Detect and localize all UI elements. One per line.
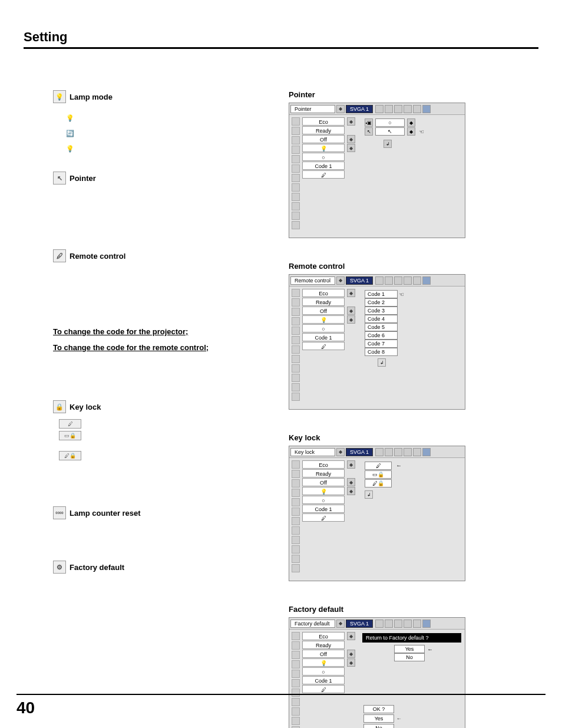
menu-row-code[interactable]: Code 1 bbox=[302, 333, 345, 341]
factory-ok-yes[interactable]: Yes← bbox=[363, 714, 394, 723]
popup-left-icon[interactable]: ↖ bbox=[365, 127, 373, 136]
code-option[interactable]: Code 4 bbox=[365, 315, 398, 323]
menu-row-eco[interactable]: Eco bbox=[302, 289, 345, 297]
menu-row-ready[interactable]: Ready bbox=[302, 126, 345, 134]
menu-row-code[interactable]: Code 1 bbox=[302, 505, 345, 513]
menu-row-eco[interactable]: Eco bbox=[302, 117, 345, 126]
keylock-option-projector[interactable]: ▭🔒 bbox=[365, 470, 392, 479]
menu-row-off[interactable]: Off bbox=[302, 478, 345, 486]
popup-option[interactable]: ↖ bbox=[375, 127, 405, 136]
row-arrow-icon[interactable]: ◆ bbox=[347, 487, 355, 495]
code-option[interactable]: Code 2 bbox=[365, 298, 398, 307]
mode-icon[interactable] bbox=[413, 276, 421, 285]
menu-row-icon[interactable]: 🖊 bbox=[302, 170, 345, 179]
mode-icon[interactable] bbox=[404, 105, 412, 113]
mode-icon[interactable] bbox=[385, 620, 393, 628]
menu-row-code[interactable]: Code 1 bbox=[302, 676, 345, 684]
pointer-menu-panel[interactable]: Pointer ◆ SVGA 1 Eco◆ Ready bbox=[289, 103, 465, 238]
titlebar-nav-icon[interactable]: ◆ bbox=[336, 620, 345, 628]
svga-badge: SVGA 1 bbox=[346, 105, 373, 113]
mode-icon[interactable] bbox=[404, 620, 412, 628]
popup-left-icon[interactable]: •▣ bbox=[365, 118, 373, 127]
popup-arrow-icon[interactable]: ◆ bbox=[407, 118, 415, 127]
link-change-code-projector[interactable]: To change the code for the projector; bbox=[53, 327, 265, 336]
factory-no[interactable]: No bbox=[394, 653, 425, 661]
menu-row-icon[interactable]: 🖊 bbox=[302, 342, 345, 350]
mode-icon[interactable] bbox=[422, 620, 431, 628]
keylock-return-icon[interactable]: ↲ bbox=[365, 490, 373, 499]
menu-row-code[interactable]: Code 1 bbox=[302, 162, 345, 170]
row-arrow-icon[interactable]: ◆ bbox=[347, 460, 355, 469]
menu-row-eco[interactable]: Eco bbox=[302, 632, 345, 640]
menu-row-circle[interactable]: ○ bbox=[302, 667, 345, 676]
mode-icon[interactable] bbox=[385, 105, 393, 113]
row-arrow-icon[interactable]: ◆ bbox=[347, 289, 355, 297]
factory-yes[interactable]: Yes bbox=[394, 645, 425, 653]
mode-icon[interactable] bbox=[404, 276, 412, 285]
keylock-menu-panel[interactable]: Key lock ◆ SVGA 1 Eco◆ Ready bbox=[289, 446, 465, 581]
link-change-code-remote[interactable]: To change the code for the remote contro… bbox=[53, 343, 265, 352]
code-option[interactable]: Code 8 bbox=[365, 348, 398, 356]
code-return-icon[interactable]: ↲ bbox=[378, 358, 386, 367]
menu-row-icon[interactable]: 💡 bbox=[302, 144, 345, 152]
row-arrow-icon[interactable]: ◆ bbox=[347, 315, 355, 324]
titlebar-nav-icon[interactable]: ◆ bbox=[336, 448, 345, 456]
row-arrow-icon[interactable]: ◆ bbox=[347, 632, 355, 640]
mode-icon[interactable] bbox=[375, 105, 384, 113]
menu-row-ready[interactable]: Ready bbox=[302, 298, 345, 306]
row-arrow-icon[interactable]: ◆ bbox=[347, 650, 355, 658]
menu-row-circle[interactable]: ○ bbox=[302, 496, 345, 504]
popup-option[interactable]: ○ bbox=[375, 118, 405, 127]
row-arrow-icon[interactable]: ◆ bbox=[347, 478, 355, 486]
mode-icon[interactable] bbox=[394, 276, 402, 285]
titlebar-nav-icon[interactable]: ◆ bbox=[336, 276, 345, 285]
mode-icon[interactable] bbox=[422, 276, 431, 285]
row-arrow-icon[interactable]: ◆ bbox=[347, 307, 355, 315]
mode-icon[interactable] bbox=[394, 105, 402, 113]
menu-row-off[interactable]: Off bbox=[302, 650, 345, 658]
mode-icon[interactable] bbox=[404, 448, 412, 456]
mode-icon[interactable] bbox=[422, 105, 431, 113]
code-option[interactable]: Code 3 bbox=[365, 307, 398, 315]
factory-menu-panel[interactable]: Factory default ◆ SVGA 1 Eco◆ R bbox=[289, 617, 465, 728]
mode-icon[interactable] bbox=[385, 276, 393, 285]
mode-icon[interactable] bbox=[375, 620, 384, 628]
menu-row-off[interactable]: Off bbox=[302, 135, 345, 143]
menu-row-eco[interactable]: Eco bbox=[302, 460, 345, 469]
code-option[interactable]: Code 6 bbox=[365, 331, 398, 340]
popup-arrow-icon[interactable]: ◆ bbox=[407, 127, 415, 136]
menu-row-icon[interactable]: 💡 bbox=[302, 487, 345, 495]
menu-row-off[interactable]: Off bbox=[302, 307, 345, 315]
titlebar-nav-icon[interactable]: ◆ bbox=[336, 105, 345, 113]
menu-row-icon[interactable]: 💡 bbox=[302, 658, 345, 667]
mode-icon[interactable] bbox=[413, 620, 421, 628]
row-arrow-icon[interactable]: ◆ bbox=[347, 658, 355, 667]
row-arrow-icon[interactable]: ◆ bbox=[347, 117, 355, 126]
menu-row-ready[interactable]: Ready bbox=[302, 469, 345, 477]
factory-ok-no[interactable]: No bbox=[363, 724, 394, 728]
menu-row-circle[interactable]: ○ bbox=[302, 153, 345, 161]
menu-row-ready[interactable]: Ready bbox=[302, 641, 345, 649]
remote-menu-panel[interactable]: Remote control ◆ SVGA 1 Eco◆ Re bbox=[289, 274, 465, 410]
menu-row-icon[interactable]: 🖊 bbox=[302, 513, 345, 522]
menu-row-circle[interactable]: ○ bbox=[302, 324, 345, 332]
mode-icon[interactable] bbox=[413, 448, 421, 456]
keylock-option-remote[interactable]: 🖊🔒 bbox=[365, 479, 392, 487]
row-arrow-icon[interactable]: ◆ bbox=[347, 135, 355, 143]
menu-row-icon[interactable]: 💡 bbox=[302, 315, 345, 324]
row-arrow-icon[interactable]: ◆ bbox=[347, 144, 355, 152]
mode-icon[interactable] bbox=[394, 448, 402, 456]
code-option[interactable]: Code 1 bbox=[365, 290, 398, 298]
mode-icon[interactable] bbox=[375, 448, 384, 456]
keylock-option-off[interactable]: 🖊 bbox=[365, 462, 392, 470]
mode-icon[interactable] bbox=[375, 276, 384, 285]
mode-icon[interactable] bbox=[422, 448, 431, 456]
mode-icon[interactable] bbox=[385, 448, 393, 456]
menu-row-icon[interactable]: 🖊 bbox=[302, 685, 345, 693]
mode-icon[interactable] bbox=[394, 620, 402, 628]
pointer-menu-titlebar: Pointer ◆ SVGA 1 bbox=[289, 103, 465, 115]
mode-icon[interactable] bbox=[413, 105, 421, 113]
code-option[interactable]: Code 7 bbox=[365, 340, 398, 348]
code-option[interactable]: Code 5 bbox=[365, 323, 398, 331]
popup-return-icon[interactable]: ↲ bbox=[384, 140, 392, 148]
